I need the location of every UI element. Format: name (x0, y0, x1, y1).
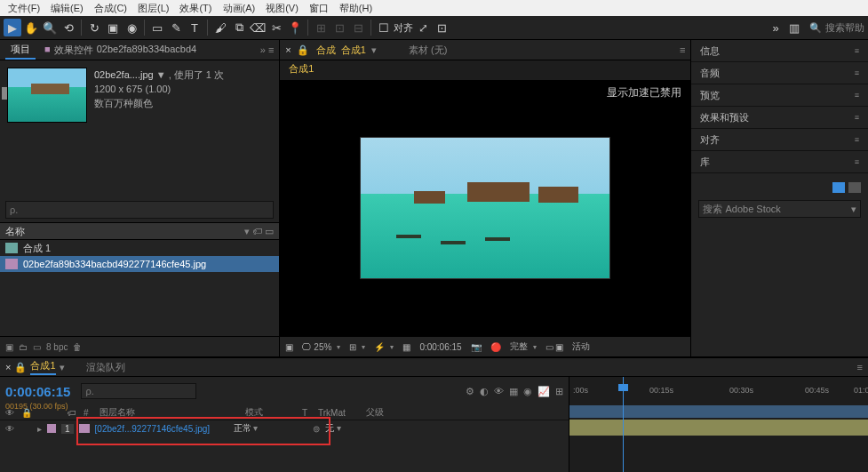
pen-tool-icon[interactable]: ✎ (167, 19, 185, 36)
current-timecode[interactable]: 0:00:06:15 (5, 384, 70, 399)
world-axis-icon[interactable]: ⊡ (330, 19, 348, 36)
label-color[interactable] (47, 424, 56, 433)
fast-preview-icon[interactable]: ⚡ (374, 342, 394, 352)
timeline-tab-comp[interactable]: 合成1 (30, 359, 55, 375)
view-axis-icon[interactable]: ⊟ (349, 19, 367, 36)
hand-tool-icon[interactable]: ✋ (22, 19, 40, 36)
lock-icon[interactable]: 🔒 (14, 362, 27, 373)
work-area-bar[interactable] (569, 405, 868, 418)
folder-icon[interactable]: 🗀 (19, 342, 28, 352)
resolution-dropdown[interactable]: ⊞ (349, 342, 365, 352)
col-sort-icon[interactable]: ▾ (244, 226, 250, 237)
panel-effects-presets[interactable]: 效果和预设≡ (691, 107, 868, 129)
mask-toggle-icon[interactable]: ▣ (285, 342, 293, 352)
close-tab-icon[interactable]: × (5, 362, 11, 372)
view-layout-icon[interactable]: ▭ ▣ (545, 342, 564, 352)
asset-thumbnail[interactable] (7, 68, 87, 123)
snap-option2-icon[interactable]: ⊡ (433, 19, 450, 36)
panel-menu-icon[interactable]: ≡ (855, 157, 859, 166)
switches-icon[interactable]: ⊞ (555, 386, 563, 397)
rotate-tool-icon[interactable]: ↻ (85, 19, 103, 36)
panel-menu-icon[interactable]: ≡ (855, 68, 859, 77)
project-item-image[interactable]: 02be2fa89b334bacbd492277146cfe45.jpg (0, 256, 279, 272)
menu-animation[interactable]: 动画(A) (218, 1, 261, 16)
roto-tool-icon[interactable]: ✂ (267, 19, 285, 36)
panel-align[interactable]: 对齐≡ (691, 129, 868, 151)
parent-col[interactable]: 父级 (366, 406, 419, 419)
active-camera[interactable]: 活动 (572, 340, 590, 353)
panel-menu-icon[interactable]: ≡ (857, 362, 863, 372)
clone-tool-icon[interactable]: ⧉ (230, 19, 248, 36)
menu-composition[interactable]: 合成(C) (89, 1, 132, 16)
visibility-toggle-icon[interactable]: 👁 (5, 424, 14, 434)
draft3d-icon[interactable]: ◐ (480, 386, 489, 397)
comp-mini-flow-icon[interactable]: ⚙ (466, 386, 474, 397)
blend-mode-dropdown[interactable]: 正常 ▾ (234, 422, 259, 435)
close-tab-icon[interactable]: × (285, 44, 291, 55)
panel-info[interactable]: 信息≡ (691, 40, 868, 62)
panel-menu-icon[interactable]: ≡ (855, 46, 859, 55)
timeline-tab-render[interactable]: 渲染队列 (86, 361, 125, 374)
twirl-icon[interactable]: ▸ (37, 424, 42, 434)
panel-menu-icon[interactable]: » ≡ (260, 44, 275, 55)
zoom-tool-icon[interactable]: 🔍 (41, 19, 59, 36)
timeline-search[interactable]: ρ. (81, 383, 196, 399)
interpret-icon[interactable]: ▣ (5, 342, 13, 352)
panel-preview[interactable]: 预览≡ (691, 84, 868, 107)
menu-help[interactable]: 帮助(H) (334, 1, 378, 16)
panel-library[interactable]: 库≡ (691, 151, 868, 173)
trkmat-col[interactable]: TrkMat (318, 408, 362, 418)
snap-checkbox-icon[interactable]: ☐ (375, 19, 393, 36)
menu-view[interactable]: 视图(V) (260, 1, 304, 16)
project-column-header[interactable]: 名称 ▾🏷▭ (0, 222, 279, 240)
menu-effect[interactable]: 效果(T) (174, 1, 217, 16)
local-axis-icon[interactable]: ⊞ (312, 19, 330, 36)
playhead[interactable] (623, 377, 624, 472)
lock-icon[interactable]: 🔒 (297, 44, 309, 56)
bpc-toggle[interactable]: 8 bpc (46, 342, 68, 352)
channel-icon[interactable]: 🔴 (490, 342, 501, 352)
col-label-icon[interactable]: 🏷 (252, 226, 262, 237)
source-tab[interactable]: 素材 (无) (409, 44, 447, 57)
panel-menu-icon[interactable]: ≡ (855, 91, 859, 100)
project-search[interactable]: ρ. (5, 201, 274, 219)
panel-menu-icon[interactable]: ≡ (855, 113, 859, 122)
layer-name[interactable]: [02be2f...92277146cfe45.jpg] (95, 424, 228, 434)
overflow-icon[interactable]: » (767, 19, 784, 36)
time-ruler[interactable]: :00s 00:15s 00:30s 00:45s 01:0 (569, 377, 868, 406)
layer-bar[interactable] (569, 420, 868, 436)
panel-menu-icon[interactable]: ≡ (680, 44, 685, 55)
orbit-tool-icon[interactable]: ⟲ (60, 19, 77, 36)
brush-tool-icon[interactable]: 🖌 (211, 19, 229, 36)
project-item-comp[interactable]: 合成 1 (0, 240, 279, 256)
quality-dropdown[interactable]: 完整 (510, 340, 537, 353)
menu-file[interactable]: 文件(F) (3, 1, 45, 16)
panel-menu-icon[interactable]: ≡ (855, 135, 859, 144)
trash-icon[interactable]: 🗑 (73, 342, 82, 352)
workspace-icon[interactable]: ▥ (785, 19, 803, 36)
current-time[interactable]: 0:00:06:15 (419, 342, 461, 352)
text-tool-icon[interactable]: T (186, 19, 203, 36)
snapshot-icon[interactable]: 📷 (471, 342, 482, 352)
comp-tab-name[interactable]: 合成1 (341, 44, 366, 57)
pan-behind-tool-icon[interactable]: ◉ (123, 19, 140, 36)
library-search[interactable]: 搜索 Adobe Stock▾ (698, 200, 861, 218)
camera-tool-icon[interactable]: ▣ (104, 19, 122, 36)
frame-blend-icon[interactable]: ▦ (509, 386, 518, 397)
parent-dropdown[interactable]: 无 ▾ (325, 422, 341, 435)
grid-view-icon[interactable] (832, 182, 845, 193)
snap-option-icon[interactable]: ⤢ (414, 19, 432, 36)
label-col-icon[interactable]: 🏷 (68, 408, 80, 418)
col-type-icon[interactable]: ▭ (265, 226, 274, 237)
dropdown-icon[interactable]: ▾ (371, 44, 377, 56)
panel-audio[interactable]: 音频≡ (691, 62, 868, 84)
selection-tool-icon[interactable]: ▶ (4, 19, 21, 36)
puppet-tool-icon[interactable]: 📍 (286, 19, 304, 36)
tab-project[interactable]: 项目 (5, 41, 36, 60)
menu-layer[interactable]: 图层(L) (132, 1, 174, 16)
graph-icon[interactable]: 📈 (538, 386, 550, 397)
transparency-icon[interactable]: ▦ (402, 342, 410, 352)
comp-breadcrumb[interactable]: 合成1 (280, 60, 690, 80)
help-search[interactable]: 🔍 搜索帮助 (809, 21, 864, 35)
list-view-icon[interactable] (848, 182, 861, 193)
